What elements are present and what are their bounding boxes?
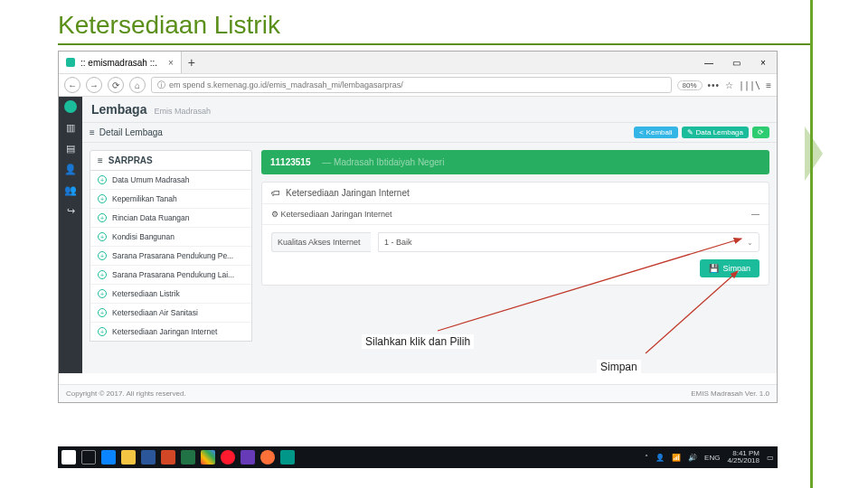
tray-people-icon[interactable]: 👤 [656, 454, 665, 462]
powerpoint-icon[interactable] [161, 450, 175, 465]
card-header: 🏷 Ketersediaan Jaringan Internet [262, 183, 769, 204]
sidebar-item-sarpras-pe[interactable]: +Sarana Prasarana Pendukung Pe... [90, 246, 251, 265]
url-field[interactable]: ⓘ em spend s.kemenag.go.id/emis_madrasah… [151, 77, 672, 93]
slide-title: Ketersediaan Listrik [0, 0, 868, 43]
excel-icon[interactable] [181, 450, 195, 465]
banner-id: 11123515 [270, 157, 311, 167]
reload-button[interactable]: ⟳ [108, 77, 124, 93]
app-frame: ▥ ▤ 👤 👥 ↪ Lembaga Emis Madrasah ≡ Detail… [59, 97, 777, 373]
sub-bar: ≡ Detail Lembaga < Kembali ✎ Data Lembag… [82, 123, 777, 143]
browser-tab[interactable]: :: emismadrasah ::. × [59, 52, 182, 73]
sidebar-item-air[interactable]: +Ketersediaan Air Sanitasi [90, 303, 251, 322]
back-button[interactable]: ← [64, 77, 80, 93]
window-close-icon[interactable]: × [750, 52, 777, 73]
more-icon[interactable]: ••• [708, 80, 721, 90]
plus-circle-icon: + [98, 251, 107, 260]
task-view-icon[interactable] [81, 450, 96, 465]
plus-circle-icon: + [98, 270, 107, 279]
bookmark-icon[interactable]: ☆ [725, 80, 733, 90]
tray-date: 4/25/2018 [727, 456, 760, 465]
card-subheader: ⚙ Ketersediaan Jaringan Internet — [262, 204, 769, 225]
main-panel: 11123515 — Madrasah Ibtidaiyah Negeri 🏷 … [261, 150, 769, 366]
notifications-icon[interactable]: ▭ [767, 454, 774, 462]
opera-icon[interactable] [221, 450, 235, 465]
callout-select: Silahkan klik dan Pilih [362, 334, 474, 349]
browser-window: :: emismadrasah ::. × + — ▭ × ← → ⟳ ⌂ ⓘ … [58, 51, 778, 403]
window-maximize-icon[interactable]: ▭ [722, 52, 750, 73]
kualitas-field: Kualitas Akses Internet 1 - Baik ⌄ [271, 232, 760, 252]
institution-banner: 11123515 — Madrasah Ibtidaiyah Negeri [261, 150, 769, 174]
rail-logo-icon [64, 100, 77, 113]
zoom-level[interactable]: 80% [677, 80, 703, 90]
back-chip[interactable]: < Kembali [634, 127, 678, 138]
breadcrumb: Lembaga Emis Madrasah [82, 97, 777, 123]
sidebar-item-kondisi[interactable]: +Kondisi Bangunan [90, 227, 251, 246]
sidebar-item-sarpras-lai[interactable]: +Sarana Prasarana Pendukung Lai... [90, 265, 251, 284]
hamburger-icon: ≡ [98, 155, 103, 165]
collapse-icon[interactable]: — [751, 210, 760, 219]
tray-volume-icon[interactable]: 🔊 [688, 454, 697, 462]
window-minimize-icon[interactable]: — [695, 52, 722, 73]
plus-circle-icon: + [98, 213, 107, 222]
main-pane: Lembaga Emis Madrasah ≡ Detail Lembaga <… [82, 97, 777, 373]
sidebar-header: ≡ SARPRAS [90, 150, 252, 171]
hamburger-icon[interactable]: ≡ [90, 127, 95, 137]
menu-icon[interactable]: ≡ [766, 80, 771, 90]
tray-network-icon[interactable]: 📶 [672, 454, 681, 462]
plus-circle-icon: + [98, 175, 107, 184]
kualitas-select[interactable]: 1 - Baik ⌄ [378, 232, 760, 252]
chrome-icon[interactable] [201, 450, 215, 465]
plus-circle-icon: + [98, 308, 107, 317]
subbar-title: Detail Lembaga [99, 127, 163, 137]
sidebar-item-listrik[interactable]: +Ketersediaan Listrik [90, 284, 251, 303]
rail-dashboard-icon[interactable]: ▥ [66, 122, 75, 134]
gear-icon: ⚙ [271, 210, 278, 219]
word-icon[interactable] [141, 450, 156, 465]
tab-strip: :: emismadrasah ::. × + — ▭ × [59, 52, 777, 73]
app2-icon[interactable] [280, 450, 295, 465]
rail-users-icon[interactable]: 👥 [64, 184, 77, 196]
breadcrumb-main: Lembaga [91, 102, 146, 117]
sidebar-list: +Data Umum Madrasah +Kepemilikan Tanah +… [90, 171, 252, 342]
start-icon[interactable] [61, 450, 76, 465]
callout-save: Simpan [597, 360, 641, 374]
sidebar-item-ruangan[interactable]: +Rincian Data Ruangan [90, 208, 251, 227]
refresh-chip[interactable]: ⟳ [752, 127, 769, 138]
explorer-icon[interactable] [121, 450, 136, 465]
sidebar-item-kepemilikan[interactable]: +Kepemilikan Tanah [90, 189, 251, 208]
edge-icon[interactable] [101, 450, 116, 465]
firefox-icon[interactable] [260, 450, 275, 465]
rail-building-icon[interactable]: ▤ [66, 143, 75, 155]
new-tab-button[interactable]: + [182, 52, 202, 73]
banner-text: — Madrasah Ibtidaiyah Negeri [320, 157, 445, 167]
save-icon: 💾 [709, 264, 719, 273]
chevron-down-icon: ⌄ [747, 239, 753, 247]
home-button[interactable]: ⌂ [129, 77, 146, 93]
address-bar: ← → ⟳ ⌂ ⓘ em spend s.kemenag.go.id/emis_… [59, 73, 777, 97]
tab-title: :: emismadrasah ::. [80, 58, 157, 68]
plus-circle-icon: + [98, 289, 107, 298]
app-icon[interactable] [241, 450, 255, 465]
tray-up-icon[interactable]: ˄ [645, 454, 648, 462]
select-value: 1 - Baik [384, 238, 412, 247]
plus-circle-icon: + [98, 232, 107, 241]
plus-circle-icon: + [98, 327, 107, 336]
footer-right: EMIS Madrasah Ver. 1.0 [691, 389, 769, 398]
library-icon[interactable]: |||\ [739, 80, 760, 90]
rail-user-icon[interactable]: 👤 [64, 164, 77, 175]
sidebar-item-internet[interactable]: +Ketersediaan Jaringan Internet [90, 322, 251, 341]
rail-logout-icon[interactable]: ↪ [67, 205, 75, 217]
save-button[interactable]: 💾 Simpan [700, 259, 760, 277]
tab-favicon-icon [66, 58, 75, 67]
app-footer: Copyright © 2017. All rights reserved. E… [59, 384, 777, 402]
tray-lang[interactable]: ENG [704, 454, 720, 462]
sidebar-item-data-umum[interactable]: +Data Umum Madrasah [90, 171, 251, 189]
breadcrumb-sub: Emis Madrasah [154, 107, 211, 116]
title-underline [58, 43, 810, 45]
forward-button[interactable]: → [86, 77, 102, 93]
tab-close-icon[interactable]: × [168, 58, 174, 68]
footer-left: Copyright © 2017. All rights reserved. [66, 389, 186, 398]
tag-icon: 🏷 [271, 188, 280, 198]
url-text: em spend s.kemenag.go.id/emis_madrasah_m… [169, 80, 403, 89]
data-chip[interactable]: ✎ Data Lembaga [682, 127, 749, 138]
